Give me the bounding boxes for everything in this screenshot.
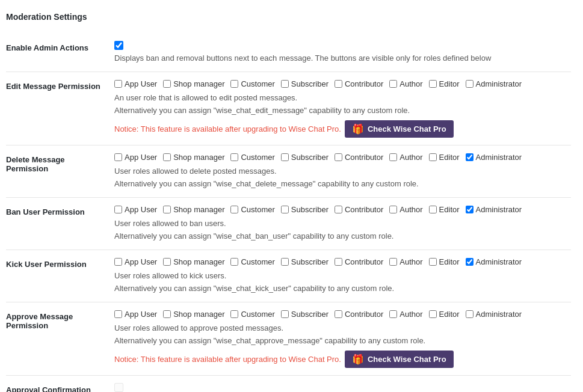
role-checkbox-label[interactable]: Editor xyxy=(429,310,460,319)
role-checkbox-label[interactable]: Administrator xyxy=(466,257,522,266)
role-checkbox-subscriber[interactable] xyxy=(281,258,289,266)
role-label: Contributor xyxy=(345,153,383,162)
role-checkbox-shop-manager[interactable] xyxy=(163,310,171,318)
setting-label: Delete Message Permission xyxy=(6,145,114,197)
role-checkbox-app-user[interactable] xyxy=(114,80,122,88)
role-checkbox-shop-manager[interactable] xyxy=(163,206,171,213)
role-checkbox-app-user[interactable] xyxy=(114,258,122,266)
role-checkbox-app-user[interactable] xyxy=(114,206,122,213)
role-checkbox-label[interactable]: Editor xyxy=(429,205,460,214)
role-checkbox-customer[interactable] xyxy=(230,80,238,88)
role-checkbox-author[interactable] xyxy=(389,206,397,213)
role-checkbox-label[interactable]: Subscriber xyxy=(281,257,329,266)
role-checkbox-label[interactable]: Author xyxy=(389,257,422,266)
role-checkbox-label[interactable]: Contributor xyxy=(335,310,383,319)
role-label: Customer xyxy=(241,257,274,266)
setting-content: Displays ban and removal buttons next to… xyxy=(114,34,571,72)
role-checkbox-editor[interactable] xyxy=(429,206,437,213)
role-checkbox-label[interactable]: Subscriber xyxy=(281,310,329,319)
role-checkbox-label[interactable]: App User xyxy=(114,153,157,162)
setting-desc2: Alternatively you can assign "wise_chat_… xyxy=(114,230,571,242)
role-checkbox-label[interactable]: Contributor xyxy=(335,79,383,88)
role-checkbox-label[interactable]: App User xyxy=(114,205,157,214)
setting-label: Enable Admin Actions xyxy=(6,34,114,72)
check-pro-button[interactable]: 🎁Check Wise Chat Pro xyxy=(345,351,454,368)
role-checkbox-label[interactable]: Editor xyxy=(429,257,460,266)
role-checkbox-label[interactable]: Subscriber xyxy=(281,79,329,88)
role-checkbox-label[interactable]: Customer xyxy=(230,79,274,88)
role-checkbox-editor[interactable] xyxy=(429,80,437,88)
pro-icon: 🎁 xyxy=(352,123,364,135)
role-checkbox-label[interactable]: Administrator xyxy=(466,79,522,88)
enable_admin_actions-checkbox[interactable] xyxy=(114,41,123,50)
role-checkbox-label[interactable]: App User xyxy=(114,257,157,266)
role-checkbox-label[interactable]: Author xyxy=(389,205,422,214)
role-checkbox-label[interactable]: Author xyxy=(389,79,422,88)
notice-row: Notice: This feature is available after … xyxy=(114,120,571,138)
role-checkbox-editor[interactable] xyxy=(429,310,437,318)
role-checkbox-label[interactable]: Author xyxy=(389,153,422,162)
check-pro-button[interactable]: 🎁Check Wise Chat Pro xyxy=(345,120,454,138)
role-checkbox-contributor[interactable] xyxy=(335,310,342,318)
role-checkbox-label[interactable]: Editor xyxy=(429,153,460,162)
setting-desc1: An user role that is allowed to edit pos… xyxy=(114,92,571,104)
role-checkbox-shop-manager[interactable] xyxy=(163,258,171,266)
role-checkbox-contributor[interactable] xyxy=(335,80,342,88)
role-checkbox-shop-manager[interactable] xyxy=(163,153,171,161)
setting-label: Kick User Permission xyxy=(6,250,114,302)
role-checkbox-customer[interactable] xyxy=(230,258,238,266)
role-checkbox-contributor[interactable] xyxy=(335,258,342,266)
role-checkbox-customer[interactable] xyxy=(230,153,238,161)
role-checkbox-administrator[interactable] xyxy=(466,153,473,161)
setting-desc1: User roles allowed to ban users. xyxy=(114,218,571,230)
role-checkbox-author[interactable] xyxy=(389,153,397,161)
role-checkbox-editor[interactable] xyxy=(429,153,437,161)
role-checkbox-author[interactable] xyxy=(389,80,397,88)
role-checkbox-app-user[interactable] xyxy=(114,310,122,318)
role-checkbox-label[interactable]: Contributor xyxy=(335,257,383,266)
role-checkbox-label[interactable]: Administrator xyxy=(466,310,522,319)
role-checkbox-administrator[interactable] xyxy=(466,258,473,266)
approval_confirmation-checkbox[interactable] xyxy=(114,383,123,392)
role-checkbox-label[interactable]: Shop manager xyxy=(163,257,224,266)
role-checkbox-subscriber[interactable] xyxy=(281,153,289,161)
role-checkbox-label[interactable]: Administrator xyxy=(466,205,522,214)
role-checkbox-shop-manager[interactable] xyxy=(163,80,171,88)
role-checkbox-label[interactable]: Shop manager xyxy=(163,310,224,319)
role-checkbox-app-user[interactable] xyxy=(114,153,122,161)
role-checkbox-subscriber[interactable] xyxy=(281,80,289,88)
role-checkbox-label[interactable]: Customer xyxy=(230,153,274,162)
role-checkbox-subscriber[interactable] xyxy=(281,206,289,213)
role-checkbox-label[interactable]: Shop manager xyxy=(163,153,224,162)
role-checkbox-label[interactable]: Contributor xyxy=(335,153,383,162)
role-checkbox-label[interactable]: Shop manager xyxy=(163,79,224,88)
role-checkbox-label[interactable]: App User xyxy=(114,310,157,319)
role-checkbox-label[interactable]: Subscriber xyxy=(281,153,329,162)
role-checkbox-label[interactable]: Editor xyxy=(429,79,460,88)
role-checkbox-subscriber[interactable] xyxy=(281,310,289,318)
role-checkbox-label[interactable]: Administrator xyxy=(466,153,522,162)
role-checkbox-label[interactable]: Customer xyxy=(230,205,274,214)
role-checkbox-administrator[interactable] xyxy=(466,310,473,318)
settings-row: Ban User PermissionApp UserShop managerC… xyxy=(6,197,571,250)
role-checkbox-label[interactable]: Author xyxy=(389,310,422,319)
role-checkbox-label[interactable]: Contributor xyxy=(335,205,383,214)
role-checkbox-label[interactable]: Customer xyxy=(230,310,274,319)
setting-label: Approval Confirmation xyxy=(6,375,114,392)
role-checkbox-contributor[interactable] xyxy=(335,153,342,161)
role-checkbox-label[interactable]: Subscriber xyxy=(281,205,329,214)
role-checkbox-label[interactable]: Shop manager xyxy=(163,205,224,214)
role-checkbox-customer[interactable] xyxy=(230,206,238,213)
role-checkbox-contributor[interactable] xyxy=(335,206,342,213)
notice-text: Notice: This feature is available after … xyxy=(114,355,341,364)
role-checkbox-author[interactable] xyxy=(389,310,397,318)
role-label: App User xyxy=(125,205,157,214)
role-checkbox-administrator[interactable] xyxy=(466,206,473,213)
role-checkbox-label[interactable]: App User xyxy=(114,79,157,88)
role-checkbox-editor[interactable] xyxy=(429,258,437,266)
role-checkbox-author[interactable] xyxy=(389,258,397,266)
role-checkbox-administrator[interactable] xyxy=(466,80,473,88)
role-checkbox-label[interactable]: Customer xyxy=(230,257,274,266)
role-checkbox-customer[interactable] xyxy=(230,310,238,318)
setting-content: App UserShop managerCustomerSubscriberCo… xyxy=(114,197,571,250)
